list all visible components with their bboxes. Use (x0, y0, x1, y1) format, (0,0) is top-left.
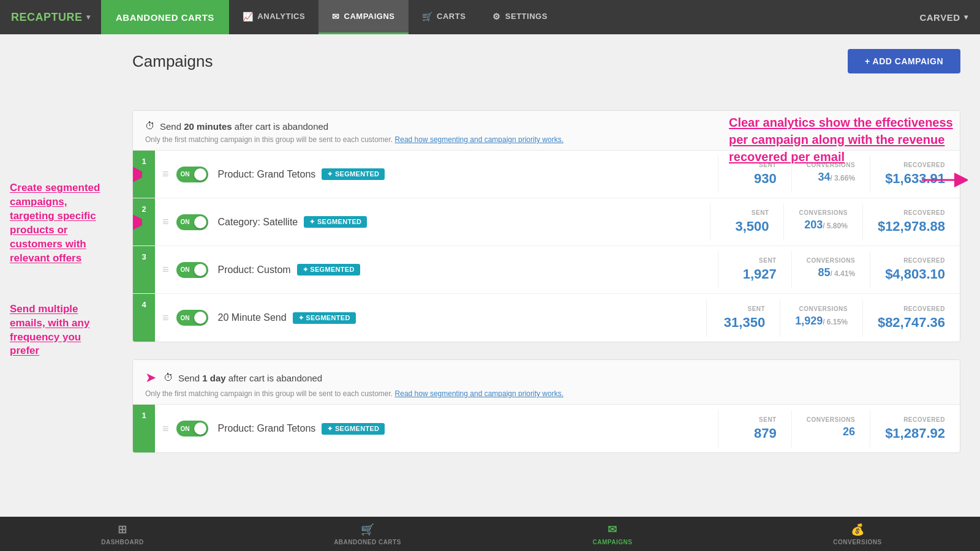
bottom-nav: ⊞ DASHBOARD 🛒 ABANDONED CARTS ✉ CAMPAIGN… (0, 517, 980, 551)
rec-cell-g2-1: RECOVERED $1,287.92 (870, 410, 960, 448)
annotation-segmented: Create segmented campaigns, targeting sp… (10, 181, 113, 266)
toggle-1[interactable]: ON (176, 167, 208, 182)
sent-cell-4: SENT 31,350 (706, 299, 780, 337)
campaign-row-g2-1: 1 ≡ ON Product: Grand Tetons ✦ SEGMENTED (133, 405, 960, 452)
settings-label: SETTINGS (505, 12, 548, 21)
group-sub-2: Only the first matching campaign in this… (145, 389, 948, 398)
bottom-nav-campaigns[interactable]: ✉ CAMPAIGNS (490, 517, 735, 551)
segmented-badge-3: ✦ SEGMENTED (297, 264, 360, 276)
carts-icon: 🛒 (422, 12, 433, 21)
nav-item-campaigns[interactable]: ✉ CAMPAIGNS (318, 0, 408, 34)
analytics-arrow-icon (919, 168, 968, 192)
clock-icon-1: ⏱ (145, 121, 155, 132)
group-header-2: ➤ ⏱ Send 1 day after cart is abandoned O… (133, 360, 960, 405)
right-chevron: ▾ (964, 13, 968, 21)
campaign-row-4: 4 ≡ ON 20 Minute Send ✦ SEGMENTED (133, 294, 960, 342)
page-title: Campaigns (132, 52, 213, 71)
add-campaign-button[interactable]: + ADD CAMPAIGN (848, 49, 960, 73)
analytics-label: ANALYTICS (257, 12, 305, 21)
rec-cell-2: RECOVERED $12,978.88 (862, 203, 960, 241)
abandoned-label: ABANDONED CARTS (334, 539, 401, 545)
campaign-name-3: Product: Custom ✦ SEGMENTED (218, 264, 718, 276)
row-number-g2-1: 1 (133, 405, 155, 452)
campaigns-label: CAMPAIGNS (344, 12, 395, 21)
main-content: Campaigns + ADD CAMPAIGN Clear analytics… (123, 34, 980, 551)
top-nav: RECAPTURE ▾ ABANDONED CARTS 📈 ANALYTICS … (0, 0, 980, 34)
sent-cell-2: SENT 3,500 (710, 203, 783, 241)
sidebar-left: Create segmented campaigns, targeting sp… (0, 34, 123, 551)
row-number-2: 2 (133, 198, 155, 246)
drag-handle-3[interactable]: ≡ (155, 263, 176, 276)
campaigns-icon: ✉ (332, 12, 340, 21)
analytics-icon: 📈 (243, 12, 254, 21)
conv-cell-2: CONVERSIONS 203/ 5.80% (783, 203, 862, 241)
carts-label: CARTS (437, 12, 466, 21)
page-header: Campaigns + ADD CAMPAIGN (132, 49, 960, 73)
stats-group-3: SENT 1,927 CONVERSIONS 85/ 4.41% RECOVER… (718, 251, 960, 288)
dashboard-icon: ⊞ (118, 523, 127, 536)
bottom-nav-dashboard[interactable]: ⊞ DASHBOARD (0, 517, 245, 551)
row-number-4: 4 (133, 294, 155, 342)
rec-cell-3: RECOVERED $4,803.10 (870, 251, 960, 288)
stats-group-4: SENT 31,350 CONVERSIONS 1,929/ 6.15% REC… (706, 299, 960, 337)
campaign-name-1: Product: Grand Tetons ✦ SEGMENTED (218, 168, 718, 180)
stats-group-g2-1: SENT 879 CONVERSIONS 26 RECOVERED $1,287… (718, 410, 960, 448)
abandoned-carts-nav[interactable]: ABANDONED CARTS (101, 0, 229, 34)
analytics-annotation: Clear analytics show the effectiveness p… (729, 114, 968, 192)
drag-handle-g2-1[interactable]: ≡ (155, 422, 176, 435)
brand-chevron: ▾ (86, 13, 91, 21)
drag-handle-2[interactable]: ≡ (155, 216, 176, 228)
settings-icon: ⚙ (492, 12, 501, 21)
segmenting-link-2[interactable]: Read how segmenting and campaign priorit… (395, 389, 564, 398)
group-title-2: ➤ ⏱ Send 1 day after cart is abandoned (145, 370, 948, 386)
segmented-badge-4: ✦ SEGMENTED (293, 312, 356, 324)
segmenting-link-1[interactable]: Read how segmenting and campaign priorit… (395, 135, 564, 144)
segmented-badge-g2-1: ✦ SEGMENTED (322, 423, 385, 435)
drag-handle-1[interactable]: ≡ (155, 168, 176, 181)
campaign-group-2: ➤ ⏱ Send 1 day after cart is abandoned O… (132, 359, 960, 453)
group2-arrow-icon: ➤ (145, 370, 156, 386)
sent-cell-3: SENT 1,927 (718, 251, 791, 288)
campaigns-bottom-icon: ✉ (608, 523, 617, 536)
bottom-nav-conversions[interactable]: 💰 CONVERSIONS (735, 517, 980, 551)
campaign-row-2: 2 ≡ ON Category: Satellite ✦ SEGMENTED (133, 198, 960, 246)
campaign-name-g2-1: Product: Grand Tetons ✦ SEGMENTED (218, 423, 718, 435)
toggle-2[interactable]: ON (176, 214, 208, 230)
toggle-g2-1[interactable]: ON (176, 421, 208, 437)
nav-items: 📈 ANALYTICS ✉ CAMPAIGNS 🛒 CARTS ⚙ SETTIN… (229, 0, 908, 34)
conversions-icon: 💰 (851, 523, 865, 536)
nav-item-analytics[interactable]: 📈 ANALYTICS (229, 0, 318, 34)
nav-item-settings[interactable]: ⚙ SETTINGS (479, 0, 561, 34)
row-number-1: 1 (133, 151, 155, 198)
segmented-badge-1: ✦ SEGMENTED (322, 168, 385, 180)
toggle-4[interactable]: ON (176, 310, 208, 326)
nav-right-brand[interactable]: CARVED ▾ (907, 0, 980, 34)
campaign-name-2: Category: Satellite ✦ SEGMENTED (218, 216, 710, 228)
campaigns-bottom-label: CAMPAIGNS (593, 539, 633, 545)
drag-handle-4[interactable]: ≡ (155, 312, 176, 324)
conversions-label: CONVERSIONS (833, 539, 881, 545)
brand-logo[interactable]: RECAPTURE ▾ (0, 0, 101, 34)
toggle-3[interactable]: ON (176, 262, 208, 278)
stats-group-2: SENT 3,500 CONVERSIONS 203/ 5.80% RECOVE… (710, 203, 960, 241)
conv-cell-4: CONVERSIONS 1,929/ 6.15% (780, 299, 862, 337)
annotation-email: Send multiple emails, with any frequency… (10, 302, 113, 359)
segmented-badge-2: ✦ SEGMENTED (304, 216, 367, 228)
campaign-name-4: 20 Minute Send ✦ SEGMENTED (218, 312, 707, 324)
campaign-row-3: 3 ≡ ON Product: Custom ✦ SEGMENTED (133, 246, 960, 294)
abandoned-carts-label: ABANDONED CARTS (116, 12, 214, 23)
right-brand-label: CARVED (919, 12, 960, 23)
nav-item-carts[interactable]: 🛒 CARTS (409, 0, 480, 34)
conv-cell-g2-1: CONVERSIONS 26 (791, 410, 870, 448)
conv-cell-3: CONVERSIONS 85/ 4.41% (791, 251, 870, 288)
brand-name: RECAPTURE (11, 11, 83, 24)
sent-cell-g2-1: SENT 879 (718, 410, 791, 448)
bottom-nav-abandoned[interactable]: 🛒 ABANDONED CARTS (245, 517, 490, 551)
dashboard-label: DASHBOARD (101, 539, 144, 545)
abandoned-icon: 🛒 (361, 523, 375, 536)
rec-cell-4: RECOVERED $82,747.36 (862, 299, 960, 337)
clock-icon-2: ⏱ (164, 372, 173, 383)
row-number-3: 3 (133, 246, 155, 293)
